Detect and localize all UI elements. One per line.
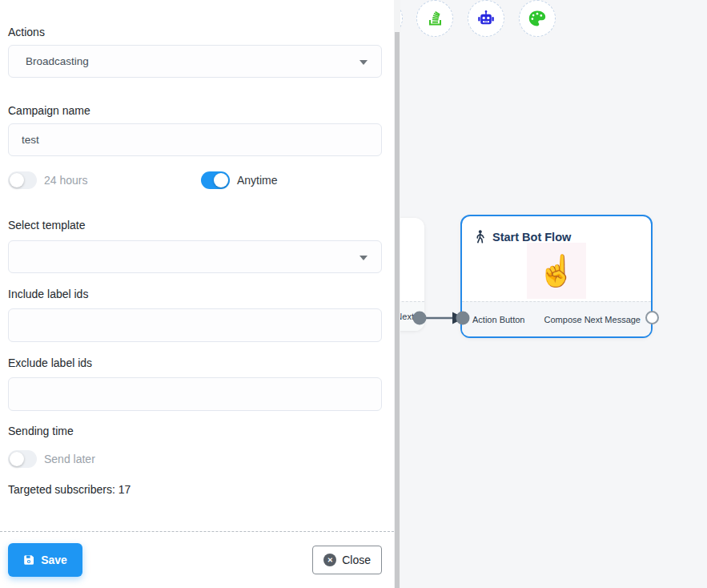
toggle-knob (214, 173, 228, 187)
schedule-toggle-row: 24 hours Anytime (8, 171, 382, 190)
include-label-ids-wrap (8, 308, 382, 342)
chevron-down-icon (360, 256, 368, 260)
stack-icon (425, 9, 444, 28)
sending-time-label: Sending time (8, 425, 382, 437)
robot-icon (476, 9, 496, 28)
toolbar-button-bot[interactable] (468, 0, 504, 37)
actions-select[interactable]: Broadcasting (8, 45, 382, 78)
node-partial-output-label: Compose Next (400, 301, 424, 331)
save-button[interactable]: Save (8, 543, 82, 577)
campaign-name-input[interactable] (9, 124, 381, 155)
node-output-port[interactable] (645, 311, 659, 324)
toggle-knob (10, 452, 24, 466)
cursor-highlight-box: ☝ (527, 243, 586, 299)
actions-label: Actions (8, 26, 382, 38)
node-header: Start Bot Flow (462, 216, 651, 244)
toggle-anytime[interactable] (201, 171, 230, 189)
panel-scrollbar-thumb[interactable] (395, 32, 400, 588)
save-floppy-icon (23, 554, 34, 566)
walking-person-icon (474, 230, 486, 244)
panel-scrollbar-track[interactable] (394, 0, 400, 588)
node-partial[interactable]: Compose Next (400, 218, 424, 331)
include-label-ids-input[interactable] (9, 309, 381, 341)
include-label-ids-label: Include label ids (8, 288, 382, 300)
flow-canvas[interactable]: Compose Next Start Bot Flow ☝ Action But… (400, 0, 707, 588)
node-footer: Action Button Compose Next Message (462, 301, 651, 336)
toggle-24-hours-group: 24 hours (8, 171, 87, 189)
node-input-label: Action Button (472, 315, 524, 324)
targeted-subscribers-text: Targeted subscribers: 17 (8, 483, 382, 496)
mouse-cursor-hand-icon: ☝ (537, 256, 575, 286)
chevron-down-icon (360, 60, 368, 65)
toggle-24-hours[interactable] (8, 171, 37, 189)
close-button[interactable]: ✕ Close (312, 546, 382, 574)
toggle-knob (10, 173, 24, 187)
node-title: Start Bot Flow (492, 231, 571, 244)
campaign-name-label: Campaign name (8, 104, 382, 117)
close-button-label: Close (342, 554, 371, 566)
broadcast-settings-panel: Actions Broadcasting Campaign name 24 ho… (0, 0, 394, 588)
send-later-group: Send later (8, 450, 95, 468)
exclude-label-ids-wrap (8, 377, 382, 411)
exclude-label-ids-input[interactable] (9, 378, 381, 410)
panel-footer: Save ✕ Close (0, 531, 394, 588)
close-circle-x-icon: ✕ (323, 554, 336, 566)
toolbar-button-stack[interactable] (416, 0, 453, 37)
send-later-row: Send later (8, 450, 382, 469)
palette-icon (528, 9, 547, 28)
broadcast-flow-app: Actions Broadcasting Campaign name 24 ho… (0, 0, 707, 588)
toolbar-button-theme[interactable] (519, 0, 556, 37)
save-button-label: Save (41, 554, 67, 566)
toggle-24-hours-label: 24 hours (44, 174, 87, 187)
actions-select-value: Broadcasting (26, 55, 89, 67)
template-select[interactable] (8, 240, 382, 273)
toolbar-circle-partial[interactable] (400, 0, 403, 37)
node-start-bot-flow[interactable]: Start Bot Flow ☝ Action Button Compose N… (460, 215, 653, 338)
node-output-label: Compose Next Message (544, 315, 641, 324)
select-template-label: Select template (8, 219, 382, 232)
exclude-label-ids-label: Exclude label ids (8, 356, 382, 369)
toggle-anytime-group: Anytime (201, 171, 278, 189)
toggle-send-later[interactable] (8, 450, 37, 468)
campaign-name-field-wrap (8, 123, 382, 156)
toggle-anytime-label: Anytime (237, 174, 278, 187)
send-later-label: Send later (44, 453, 95, 465)
